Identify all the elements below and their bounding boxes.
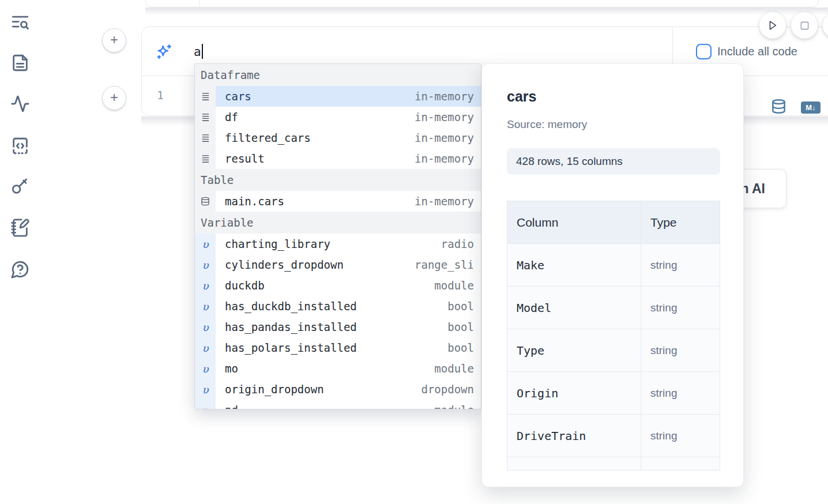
item-name: origin_dropdown: [225, 383, 324, 396]
notebook-pen-icon[interactable]: [10, 218, 31, 239]
autocomplete-dropdown[interactable]: Dataframecarsin-memorydfin-memoryfiltere…: [194, 63, 481, 409]
file-text-icon[interactable]: [10, 53, 31, 74]
column-type: string: [650, 344, 677, 357]
column-type: string: [650, 259, 677, 272]
item-type: in-memory: [415, 152, 474, 165]
schema-row: Modelstring: [507, 287, 720, 329]
schema-header-type: Type: [641, 201, 720, 243]
variable-icon: υ: [195, 379, 216, 400]
item-type: dropdown: [421, 383, 474, 396]
item-name: charting_library: [225, 238, 330, 250]
item-name: result: [225, 152, 265, 165]
play-icon: [766, 19, 779, 32]
autocomplete-item-has_duckdb_installed[interactable]: υhas_duckdb_installedbool: [195, 296, 481, 317]
item-type: in-memory: [415, 90, 474, 103]
item-name: has_pandas_installed: [225, 321, 357, 333]
autocomplete-item-has_polars_installed[interactable]: υhas_polars_installedbool: [195, 337, 481, 358]
sidebar: [0, 0, 42, 504]
item-name: duckdb: [225, 279, 265, 292]
list-search-icon[interactable]: [10, 13, 31, 33]
dataframe-rows-icon: [195, 148, 216, 169]
variable-icon: υ: [195, 317, 216, 337]
autocomplete-section-dataframe: Dataframe: [195, 64, 481, 86]
autocomplete-item-charting_library[interactable]: υcharting_libraryradio: [195, 234, 481, 254]
column-name: Model: [517, 301, 551, 315]
stop-icon: [799, 20, 811, 32]
previous-cell-gutter-divider: [199, 0, 200, 7]
autocomplete-section-table: Table: [195, 169, 481, 191]
variable-icon: υ: [195, 234, 216, 254]
markdown-icon[interactable]: M↓: [801, 101, 821, 114]
item-type: in-memory: [415, 131, 474, 144]
help-circle-icon[interactable]: [10, 259, 31, 280]
autocomplete-item-main.cars[interactable]: main.carsin-memory: [195, 191, 481, 212]
previous-cell-shadow: [145, 7, 828, 15]
item-name: main.cars: [225, 195, 284, 208]
item-name: cars: [225, 90, 251, 103]
autocomplete-item-filtered_cars[interactable]: filtered_carsin-memory: [195, 127, 481, 148]
schema-header-column: Column: [507, 201, 641, 243]
autocomplete-item-cylinders_dropdown[interactable]: υcylinders_dropdownrange_sli: [195, 254, 481, 275]
item-name: pd: [225, 404, 238, 409]
schema-row: DriveTrainstring: [507, 415, 720, 457]
item-type: bool: [447, 321, 474, 333]
schema-row: Originstring: [507, 372, 720, 415]
item-type: range_sli: [415, 258, 474, 271]
previous-cell: [145, 0, 819, 7]
dataframe-preview-popup: cars Source: memory 428 rows, 15 columns…: [481, 63, 744, 487]
line-number: 1: [148, 89, 173, 101]
database-icon: [195, 191, 216, 212]
schema-header-row: Column Type: [507, 201, 720, 244]
column-type: string: [650, 430, 677, 442]
item-name: has_duckdb_installed: [225, 300, 357, 313]
activity-icon[interactable]: [10, 94, 31, 115]
column-name: Origin: [517, 386, 558, 400]
ai-sparkles-icon: [155, 43, 172, 61]
variable-icon: υ: [195, 337, 216, 358]
autocomplete-item-has_pandas_installed[interactable]: υhas_pandas_installedbool: [195, 317, 481, 337]
item-type: radio: [441, 238, 474, 250]
text-cursor: [202, 44, 203, 59]
autocomplete-item-mo[interactable]: υmomodule: [195, 358, 481, 379]
stop-button[interactable]: [791, 12, 818, 39]
run-cell-button[interactable]: [759, 12, 786, 39]
item-name: cylinders_dropdown: [225, 258, 344, 271]
variable-icon: υ: [195, 400, 216, 409]
autocomplete-item-duckdb[interactable]: υduckdbmodule: [195, 275, 481, 296]
ai-prompt-input[interactable]: a: [194, 44, 203, 59]
add-cell-below-button[interactable]: +: [102, 86, 126, 110]
variable-icon: υ: [195, 254, 216, 275]
autocomplete-item-origin_dropdown[interactable]: υorigin_dropdowndropdown: [195, 379, 481, 400]
variable-icon: υ: [195, 358, 216, 379]
item-type: module: [434, 279, 474, 292]
autocomplete-item-result[interactable]: resultin-memory: [195, 148, 481, 169]
item-name: df: [225, 111, 238, 123]
autocomplete-item-df[interactable]: dfin-memory: [195, 107, 481, 127]
add-cell-above-button[interactable]: +: [102, 28, 126, 52]
preview-schema-table: Column Type MakestringModelstringTypestr…: [507, 201, 720, 471]
include-all-code-checkbox[interactable]: [696, 44, 712, 59]
dataframe-rows-icon: [195, 107, 216, 127]
preview-title: cars: [507, 88, 536, 105]
variable-icon: υ: [195, 296, 216, 317]
autocomplete-item-pd[interactable]: υpdmodule: [195, 400, 481, 409]
item-name: filtered_cars: [225, 131, 311, 144]
column-name: Make: [517, 258, 544, 272]
item-name: mo: [225, 362, 238, 375]
item-type: in-memory: [415, 111, 474, 123]
database-connection-icon[interactable]: [771, 99, 786, 114]
item-type: bool: [447, 341, 474, 354]
key-icon[interactable]: [10, 176, 31, 197]
item-name: has_polars_installed: [225, 341, 357, 354]
code-snippet-icon[interactable]: [10, 136, 31, 157]
schema-row: Typestring: [507, 329, 720, 372]
schema-row: [507, 457, 720, 471]
include-all-code-label[interactable]: Include all code: [717, 45, 797, 58]
autocomplete-item-cars[interactable]: carsin-memory: [195, 86, 481, 107]
column-type: string: [650, 387, 677, 400]
column-type: string: [650, 302, 677, 314]
item-type: module: [434, 404, 474, 409]
ai-prompt-value: a: [194, 45, 201, 59]
item-type: module: [434, 362, 474, 375]
dataframe-rows-icon: [195, 127, 216, 148]
